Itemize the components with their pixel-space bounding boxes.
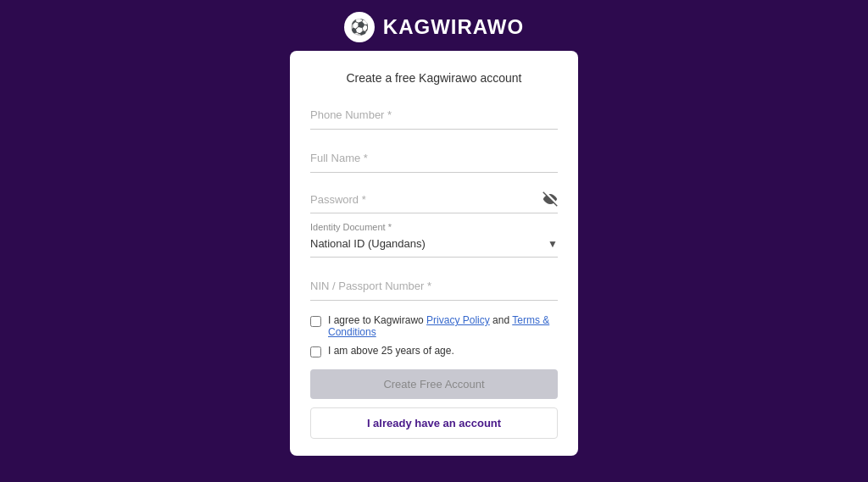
create-account-button[interactable]: Create Free Account (310, 369, 558, 399)
identity-select[interactable]: National ID (Ugandans) Passport Driving … (310, 234, 558, 253)
login-button[interactable]: I already have an account (310, 407, 558, 439)
card-title: Create a free Kagwirawo account (310, 71, 558, 85)
age-text: I am above 25 years of age. (328, 345, 454, 357)
identity-select-group: Identity Document * National ID (Ugandan… (310, 222, 558, 258)
password-field-wrapper (310, 185, 558, 213)
password-toggle-button[interactable] (542, 191, 558, 207)
phone-field-wrapper (310, 98, 558, 130)
header: ⚽ KAGWIRAWO (344, 0, 524, 51)
identity-select-wrapper: National ID (Ugandans) Passport Driving … (310, 234, 558, 253)
age-checkbox[interactable] (310, 346, 321, 357)
phone-input[interactable] (310, 108, 558, 121)
nin-input[interactable] (310, 280, 558, 292)
privacy-agreement-row: I agree to Kagwirawo Privacy Policy and … (310, 314, 558, 338)
nin-field-wrapper (310, 269, 558, 301)
eye-slash-icon (542, 191, 558, 207)
privacy-text: I agree to Kagwirawo Privacy Policy and … (328, 314, 558, 338)
age-agreement-row: I am above 25 years of age. (310, 345, 558, 357)
privacy-policy-link[interactable]: Privacy Policy (426, 314, 490, 326)
brand-name: KAGWIRAWO (383, 15, 524, 39)
identity-label: Identity Document * (310, 222, 558, 232)
agreements-section: I agree to Kagwirawo Privacy Policy and … (310, 314, 558, 357)
logo-icon: ⚽ (350, 18, 369, 36)
logo: ⚽ (344, 12, 375, 42)
registration-card: Create a free Kagwirawo account Identity… (290, 51, 578, 456)
password-input[interactable] (310, 193, 558, 206)
privacy-checkbox[interactable] (310, 316, 321, 327)
fullname-input[interactable] (310, 152, 558, 164)
fullname-field-wrapper (310, 141, 558, 173)
